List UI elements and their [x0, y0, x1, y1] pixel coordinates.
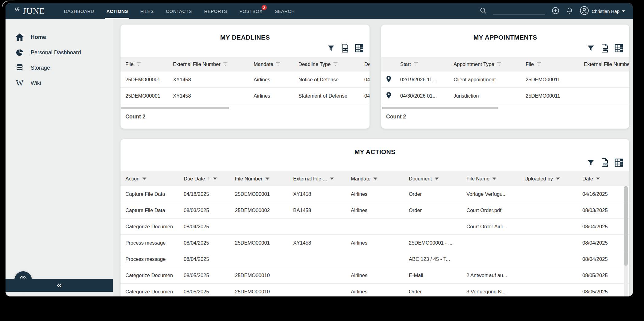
- column-filter-icon[interactable]: [142, 176, 147, 182]
- table-header-row: FileExternal File NumberMandateDeadline …: [121, 57, 370, 72]
- column-filter-icon[interactable]: [213, 176, 217, 182]
- my-deadlines-card: MY DEADLINES XLSX FileExternal File Numb…: [121, 25, 370, 129]
- table-row[interactable]: 25DEMO00001XY1458AirlinesNotice of Defen…: [121, 72, 370, 88]
- column-filter-icon[interactable]: [265, 176, 270, 182]
- column-filter-icon[interactable]: [596, 176, 600, 182]
- sidebar-item-label: Wiki: [31, 80, 41, 87]
- column-filter-icon[interactable]: [536, 61, 541, 67]
- column-header[interactable]: External File Number: [579, 61, 629, 67]
- row-count: Count 2: [125, 114, 145, 120]
- table-cell: XY1458: [168, 93, 249, 99]
- postbox-unread-badge: 2: [262, 5, 267, 10]
- table-row[interactable]: Process message08/04/2025ABC 123 / 45 - …: [121, 251, 629, 267]
- nav-item-dashboard[interactable]: DASHBOARD: [64, 3, 94, 19]
- app-window: JUNE DASHBOARD ACTIONS FILES CONTACTS RE…: [6, 3, 633, 296]
- table-cell: 04: [359, 77, 370, 83]
- column-chooser-icon[interactable]: [355, 44, 363, 52]
- column-filter-icon[interactable]: [329, 176, 334, 182]
- column-header[interactable]: Deadline Type: [293, 61, 359, 67]
- chevrons-left-icon: «: [57, 280, 62, 289]
- column-header-label: File Number: [235, 176, 263, 182]
- table-row[interactable]: 02/19/2026 11...Client appointment25DEMO…: [381, 72, 629, 88]
- nav-item-actions[interactable]: ACTIONS: [106, 3, 128, 19]
- sidebar-collapse-button[interactable]: «: [6, 279, 113, 292]
- column-filter-icon[interactable]: [434, 176, 439, 182]
- column-header[interactable]: Mandate: [249, 61, 293, 67]
- export-xlsx-icon[interactable]: XLSX: [341, 44, 349, 53]
- filter-icon[interactable]: [587, 159, 595, 167]
- column-header[interactable]: File: [121, 61, 168, 67]
- search-icon[interactable]: [479, 7, 487, 16]
- notifications-bell-icon[interactable]: [566, 7, 573, 16]
- column-filter-icon[interactable]: [555, 176, 560, 182]
- column-header[interactable]: File Number: [230, 176, 288, 182]
- export-xlsx-icon[interactable]: XLSX: [600, 158, 609, 167]
- table-row[interactable]: Categorize Documen08/04/2025Court Order …: [121, 219, 629, 235]
- table-cell: 25DEMO00001: [121, 77, 168, 83]
- column-chooser-icon[interactable]: [615, 44, 623, 52]
- column-filter-icon[interactable]: [333, 61, 338, 67]
- nav-item-postbox[interactable]: POSTBOX 2: [240, 3, 263, 19]
- table-row[interactable]: 04/30/2026 01...Jurisdiction25DEMO00011: [381, 88, 629, 104]
- column-header[interactable]: Action: [121, 176, 179, 182]
- export-xlsx-icon[interactable]: XLSX: [600, 44, 609, 53]
- column-filter-icon[interactable]: [136, 61, 141, 67]
- table-row[interactable]: Capture File Data08/03/202525DEMO00002BA…: [121, 202, 629, 219]
- column-filter-icon[interactable]: [223, 61, 228, 67]
- table-cell: 25DEMO00001: [230, 191, 288, 197]
- column-header[interactable]: External File ...: [288, 176, 346, 182]
- upload-cloud-icon[interactable]: [551, 6, 560, 16]
- column-filter-icon[interactable]: [497, 61, 502, 67]
- table-row[interactable]: Categorize Documen08/05/202525DEMO00010A…: [121, 267, 629, 284]
- column-header[interactable]: Uploaded by: [519, 176, 577, 182]
- column-header[interactable]: Date: [577, 176, 624, 182]
- column-header[interactable]: Appointment Type: [449, 61, 521, 67]
- column-header-label: File Name: [466, 176, 489, 182]
- table-cell: Airlines: [346, 191, 404, 197]
- column-filter-icon[interactable]: [373, 176, 378, 182]
- table-cell: Court Order Airli...: [462, 224, 519, 230]
- filter-icon[interactable]: [587, 44, 595, 52]
- table-cell: 25DEMO00001: [121, 93, 168, 99]
- card-toolbar: XLSX: [327, 44, 363, 53]
- column-header[interactable]: Mandate: [346, 176, 404, 182]
- column-filter-icon[interactable]: [413, 61, 418, 67]
- table-cell: Statement of Defense: [293, 93, 359, 99]
- column-header[interactable]: File: [521, 61, 579, 67]
- column-header[interactable]: De: [359, 61, 370, 67]
- column-header[interactable]: File Name: [462, 176, 519, 182]
- table-row[interactable]: 25DEMO00001XY1458AirlinesStatement of De…: [121, 88, 370, 104]
- column-header[interactable]: External File Number: [168, 61, 249, 67]
- nav-item-search[interactable]: SEARCH: [275, 3, 295, 19]
- sidebar-item-personal-dashboard[interactable]: Personal Dashboard: [6, 45, 113, 60]
- nav-item-reports[interactable]: REPORTS: [204, 3, 227, 19]
- table-row[interactable]: Categorize Documen08/05/202525DEMO00010A…: [121, 284, 629, 296]
- column-chooser-icon[interactable]: [615, 158, 623, 167]
- global-search-input[interactable]: [493, 8, 545, 14]
- column-filter-icon[interactable]: [276, 61, 281, 67]
- column-filter-icon[interactable]: [492, 176, 497, 182]
- sidebar-item-storage[interactable]: Storage: [6, 60, 113, 75]
- horizontal-scrollbar[interactable]: [121, 107, 229, 109]
- app-logo[interactable]: JUNE: [13, 6, 45, 16]
- vertical-scrollbar-thumb[interactable]: [624, 186, 628, 266]
- column-header[interactable]: Due Date↑: [179, 176, 230, 182]
- sidebar-item-wiki[interactable]: W Wiki: [6, 75, 113, 91]
- table-cell: E-Mail: [404, 273, 462, 278]
- svg-text:XLSX: XLSX: [603, 48, 608, 51]
- sidebar-item-home[interactable]: Home: [6, 29, 113, 45]
- filter-icon[interactable]: [327, 44, 335, 52]
- horizontal-scrollbar[interactable]: [382, 107, 498, 109]
- nav-item-contacts[interactable]: CONTACTS: [166, 3, 192, 19]
- user-menu[interactable]: Christian Häp: [580, 6, 625, 17]
- actions-table: ActionDue Date↑File NumberExternal File …: [121, 171, 629, 296]
- table-cell: 2 Antwort auf au...: [462, 273, 519, 278]
- table-row[interactable]: Capture File Data04/16/202525DEMO00001XY…: [121, 186, 629, 202]
- column-header[interactable]: Start: [395, 61, 449, 67]
- table-cell: Airlines: [249, 93, 293, 99]
- sort-ascending-icon[interactable]: ↑: [208, 176, 210, 181]
- nav-item-files[interactable]: FILES: [140, 3, 154, 19]
- card-title: MY ACTIONS: [121, 148, 629, 156]
- table-row[interactable]: Process message08/04/202525DEMO00001XY14…: [121, 235, 629, 251]
- column-header[interactable]: Document: [404, 176, 462, 182]
